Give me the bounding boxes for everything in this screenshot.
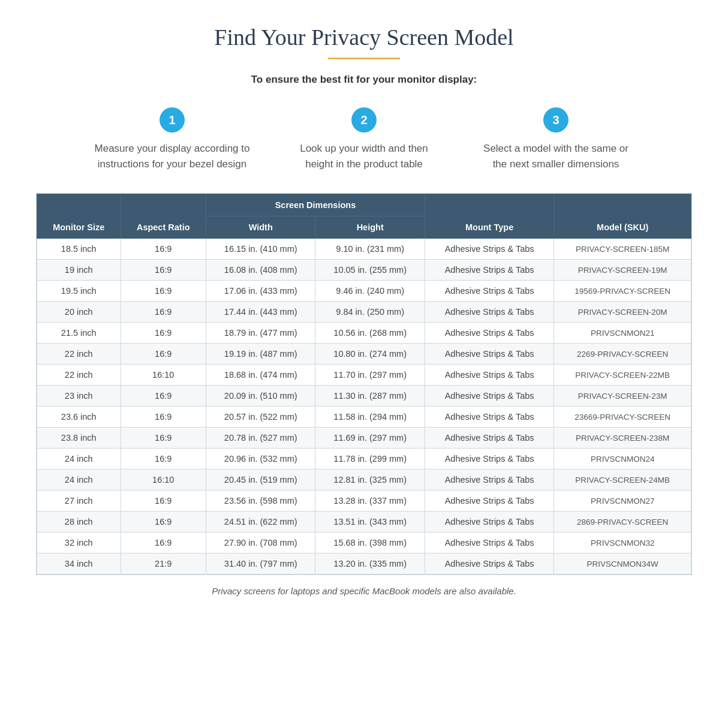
cell-mount-type: Adhesive Strips & Tabs (425, 512, 553, 533)
cell-aspect-ratio: 16:9 (121, 386, 206, 407)
cell-monitor-size: 32 inch (37, 533, 121, 553)
col-mount-type: Mount Type (425, 194, 553, 239)
cell-mount-type: Adhesive Strips & Tabs (425, 407, 553, 428)
cell-mount-type: Adhesive Strips & Tabs (425, 386, 553, 407)
cell-aspect-ratio: 16:9 (121, 428, 206, 449)
cell-height: 12.81 in. (325 mm) (315, 470, 425, 491)
cell-sku: PRIVSCNMON32 (554, 533, 691, 553)
cell-aspect-ratio: 16:9 (121, 239, 206, 260)
cell-monitor-size: 18.5 inch (37, 239, 121, 260)
product-table-wrapper: Monitor Size Aspect Ratio Screen Dimensi… (36, 193, 692, 575)
cell-height: 15.68 in. (398 mm) (315, 533, 425, 553)
step-3-circle: 3 (543, 107, 568, 133)
cell-monitor-size: 22 inch (37, 344, 121, 365)
cell-monitor-size: 22 inch (37, 365, 121, 386)
footer-note: Privacy screens for laptops and specific… (36, 586, 692, 596)
cell-sku: PRIVACY-SCREEN-24MB (554, 470, 691, 491)
cell-width: 17.06 in. (433 mm) (206, 281, 315, 302)
cell-mount-type: Adhesive Strips & Tabs (425, 470, 553, 491)
cell-sku: PRIVACY-SCREEN-22MB (554, 365, 691, 386)
cell-width: 20.96 in. (532 mm) (206, 449, 315, 470)
step-1-circle: 1 (160, 107, 185, 133)
table-row: 23 inch 16:9 20.09 in. (510 mm) 11.30 in… (37, 386, 691, 407)
table-row: 24 inch 16:9 20.96 in. (532 mm) 11.78 in… (37, 449, 691, 470)
cell-mount-type: Adhesive Strips & Tabs (425, 302, 553, 323)
cell-aspect-ratio: 16:9 (121, 491, 206, 512)
cell-aspect-ratio: 16:9 (121, 512, 206, 533)
step-3: 3 Select a model with the same or the ne… (478, 107, 634, 172)
col-model-sku: Model (SKU) (554, 194, 691, 239)
cell-sku: PRIVACY-SCREEN-238M (554, 428, 691, 449)
cell-height: 13.20 in. (335 mm) (315, 553, 425, 574)
cell-aspect-ratio: 16:9 (121, 260, 206, 281)
cell-height: 11.69 in. (297 mm) (315, 428, 425, 449)
table-row: 19.5 inch 16:9 17.06 in. (433 mm) 9.46 i… (37, 281, 691, 302)
cell-height: 13.51 in. (343 mm) (315, 512, 425, 533)
table-header-top: Monitor Size Aspect Ratio Screen Dimensi… (37, 194, 691, 216)
cell-width: 27.90 in. (708 mm) (206, 533, 315, 553)
cell-mount-type: Adhesive Strips & Tabs (425, 365, 553, 386)
cell-aspect-ratio: 16:9 (121, 449, 206, 470)
cell-mount-type: Adhesive Strips & Tabs (425, 323, 553, 344)
cell-aspect-ratio: 16:9 (121, 281, 206, 302)
cell-sku: PRIVSCNMON34W (554, 553, 691, 574)
table-row: 28 inch 16:9 24.51 in. (622 mm) 13.51 in… (37, 512, 691, 533)
table-row: 18.5 inch 16:9 16.15 in. (410 mm) 9.10 i… (37, 239, 691, 260)
cell-sku: PRIVSCNMON21 (554, 323, 691, 344)
cell-sku: PRIVSCNMON27 (554, 491, 691, 512)
cell-mount-type: Adhesive Strips & Tabs (425, 533, 553, 553)
table-row: 32 inch 16:9 27.90 in. (708 mm) 15.68 in… (37, 533, 691, 553)
cell-monitor-size: 23 inch (37, 386, 121, 407)
cell-monitor-size: 24 inch (37, 470, 121, 491)
col-monitor-size: Monitor Size (37, 194, 121, 239)
cell-sku: PRIVACY-SCREEN-23M (554, 386, 691, 407)
col-width: Width (206, 216, 315, 239)
cell-aspect-ratio: 16:9 (121, 302, 206, 323)
col-screen-dimensions: Screen Dimensions (206, 194, 425, 216)
subtitle: To ensure the best fit for your monitor … (36, 74, 692, 86)
cell-monitor-size: 19.5 inch (37, 281, 121, 302)
table-row: 22 inch 16:9 19.19 in. (487 mm) 10.80 in… (37, 344, 691, 365)
step-1: 1 Measure your display according to inst… (94, 107, 250, 172)
cell-sku: 2269-PRIVACY-SCREEN (554, 344, 691, 365)
cell-sku: 2869-PRIVACY-SCREEN (554, 512, 691, 533)
cell-height: 9.84 in. (250 mm) (315, 302, 425, 323)
cell-width: 20.09 in. (510 mm) (206, 386, 315, 407)
cell-monitor-size: 34 inch (37, 553, 121, 574)
cell-aspect-ratio: 16:9 (121, 323, 206, 344)
cell-sku: PRIVACY-SCREEN-20M (554, 302, 691, 323)
table-row: 27 inch 16:9 23.56 in. (598 mm) 13.28 in… (37, 491, 691, 512)
cell-mount-type: Adhesive Strips & Tabs (425, 281, 553, 302)
cell-mount-type: Adhesive Strips & Tabs (425, 449, 553, 470)
cell-mount-type: Adhesive Strips & Tabs (425, 491, 553, 512)
cell-width: 20.57 in. (522 mm) (206, 407, 315, 428)
table-body: 18.5 inch 16:9 16.15 in. (410 mm) 9.10 i… (37, 239, 691, 574)
table-row: 22 inch 16:10 18.68 in. (474 mm) 11.70 i… (37, 365, 691, 386)
cell-monitor-size: 27 inch (37, 491, 121, 512)
cell-width: 18.79 in. (477 mm) (206, 323, 315, 344)
cell-monitor-size: 24 inch (37, 449, 121, 470)
cell-aspect-ratio: 16:10 (121, 365, 206, 386)
table-row: 19 inch 16:9 16.08 in. (408 mm) 10.05 in… (37, 260, 691, 281)
cell-height: 9.46 in. (240 mm) (315, 281, 425, 302)
col-aspect-ratio: Aspect Ratio (121, 194, 206, 239)
product-table: Monitor Size Aspect Ratio Screen Dimensi… (37, 194, 691, 574)
cell-monitor-size: 20 inch (37, 302, 121, 323)
cell-aspect-ratio: 21:9 (121, 553, 206, 574)
cell-height: 9.10 in. (231 mm) (315, 239, 425, 260)
cell-height: 11.58 in. (294 mm) (315, 407, 425, 428)
cell-mount-type: Adhesive Strips & Tabs (425, 344, 553, 365)
cell-mount-type: Adhesive Strips & Tabs (425, 260, 553, 281)
cell-aspect-ratio: 16:9 (121, 344, 206, 365)
step-2: 2 Look up your width and then height in … (286, 107, 442, 172)
cell-height: 11.30 in. (287 mm) (315, 386, 425, 407)
cell-aspect-ratio: 16:9 (121, 533, 206, 553)
table-row: 34 inch 21:9 31.40 in. (797 mm) 13.20 in… (37, 553, 691, 574)
cell-mount-type: Adhesive Strips & Tabs (425, 553, 553, 574)
table-row: 21.5 inch 16:9 18.79 in. (477 mm) 10.56 … (37, 323, 691, 344)
table-row: 23.8 inch 16:9 20.78 in. (527 mm) 11.69 … (37, 428, 691, 449)
title-divider (328, 58, 400, 59)
cell-sku: 19569-PRIVACY-SCREEN (554, 281, 691, 302)
cell-monitor-size: 21.5 inch (37, 323, 121, 344)
cell-aspect-ratio: 16:10 (121, 470, 206, 491)
